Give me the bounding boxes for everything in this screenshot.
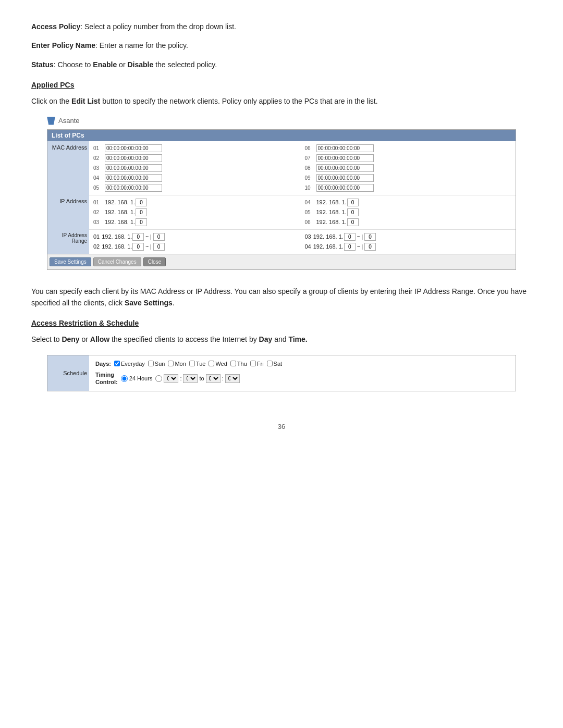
deny-bold: Deny [62,335,79,343]
table-row: 02 192. 168. 1. [91,207,302,217]
cancel-changes-button[interactable]: Cancel Changes [93,257,141,266]
ip-input-03[interactable] [136,218,147,226]
mac-input-04[interactable] [105,174,162,182]
table-row: 01 [91,143,302,153]
ip-address-range-label: IP Address Range [47,229,89,254]
ip-range-group-01: 192. 168. 1. ~ | [102,233,164,241]
sat-checkbox[interactable] [267,361,273,366]
everyday-checkbox[interactable] [114,361,120,366]
ip-range-to-03[interactable] [364,233,376,241]
ip-input-04[interactable] [347,199,359,206]
mac-input-03[interactable] [105,164,162,172]
ip-range-col-right: 03 192. 168. 1. ~ | 04 [303,232,514,252]
tue-checkbox[interactable] [189,361,195,366]
mac-input-10[interactable] [316,184,374,192]
save-settings-bold: Save Settings [125,299,173,307]
mac-address-content: 01 02 03 04 [89,141,516,195]
everyday-label: Everyday [121,361,145,367]
applied-pcs-heading: Applied PCs [31,81,532,89]
enter-policy-name-text: : Enter a name for the policy. [95,41,188,50]
schedule-content: Days: Everyday Sun Mon [89,355,516,391]
table-row: 05 192. 168. 1. [303,207,514,217]
thu-checkbox[interactable] [230,361,236,366]
status-bold: Status [31,60,54,69]
table-row: 07 [303,153,514,163]
mac-input-08[interactable] [316,164,374,172]
mac-input-01[interactable] [105,144,162,152]
custom-time-radio-item: 0 : 0 to 0 : 0 [155,374,239,383]
mac-input-09[interactable] [316,174,374,182]
mac-input-07[interactable] [316,154,374,162]
days-label: Days: [95,361,111,367]
status-para: Status: Choose to Enable or Disable the … [31,59,532,70]
enter-policy-name-bold: Enter Policy Name [31,41,95,50]
mon-checkbox-item: Mon [168,361,186,367]
custom-time-radio[interactable] [155,375,162,382]
time-to-hour-select[interactable]: 0 [206,374,221,383]
ip-range-to-02[interactable] [153,243,165,251]
mon-checkbox[interactable] [168,361,174,366]
table-row: 04 192. 168. 1. [303,198,514,207]
ip-range-from-02[interactable] [132,243,144,251]
sun-checkbox[interactable] [148,361,154,366]
mac-input-06[interactable] [316,144,374,152]
table-row: 04 192. 168. 1. ~ | [303,242,514,252]
panel-header: List of PCs [47,130,516,141]
schedule-body: Schedule Days: Everyday Sun [47,355,516,391]
ip-input-01[interactable] [136,199,147,206]
asante-logo-text: Asante [58,117,79,125]
second-para: You can specify each client by its MAC A… [31,286,532,309]
table-row: 01 192. 168. 1. [91,198,302,207]
ip-input-06[interactable] [347,218,359,226]
page-content: Access Policy: Select a policy number fr… [31,21,532,430]
ip-range-from-01[interactable] [132,233,144,241]
ip-address-range-section: IP Address Range 01 192. 168. 1. ~ | [47,229,516,254]
fri-checkbox[interactable] [250,361,256,366]
ip-range-grid: 01 192. 168. 1. ~ | 02 [91,232,513,252]
ip-range-group-02: 192. 168. 1. ~ | [102,243,164,251]
edit-list-bold: Edit List [71,97,100,105]
days-row: Days: Everyday Sun Mon [95,361,509,367]
mac-input-02[interactable] [105,154,162,162]
mac-grid: 01 02 03 04 [91,143,513,193]
everyday-checkbox-item: Everyday [114,361,145,367]
table-row: 10 [303,183,514,193]
ip-range-from-03[interactable] [344,233,356,241]
sat-checkbox-item: Sat [267,361,283,367]
table-row: 03 [91,163,302,173]
ip-range-to-01[interactable] [153,233,165,241]
table-row: 02 [91,153,302,163]
tue-checkbox-item: Tue [189,361,206,367]
page-number: 36 [31,423,532,430]
wed-checkbox[interactable] [209,361,214,366]
time-from-min-select[interactable]: 0 [183,374,198,383]
ip-range-group-04: 192. 168. 1. ~ | [313,243,376,251]
ip-range-to-04[interactable] [364,243,376,251]
time-from-hour-select[interactable]: 0 [164,374,178,383]
time-to-min-select[interactable]: 0 [225,374,240,383]
wed-checkbox-item: Wed [209,361,227,367]
ip-range-col-left: 01 192. 168. 1. ~ | 02 [91,232,302,252]
tue-label: Tue [196,361,206,367]
mac-input-05[interactable] [105,184,162,192]
close-button[interactable]: Close [143,257,166,266]
ip-address-label: IP Address [47,195,89,229]
ip-grid: 01 192. 168. 1. 02 192. 168. 1. [91,198,513,227]
asante-logo-icon [47,117,55,125]
ip-range-from-04[interactable] [344,243,356,251]
table-row: 01 192. 168. 1. ~ | [91,232,302,242]
table-row: 09 [303,173,514,183]
access-policy-para: Access Policy: Select a policy number fr… [31,21,532,32]
table-row: 06 [303,143,514,153]
ip-input-05[interactable] [347,208,359,216]
ip-input-group-01: 192. 168. 1. [105,199,147,206]
24hours-radio[interactable] [121,375,128,382]
ip-address-content: 01 192. 168. 1. 02 192. 168. 1. [89,195,516,229]
thu-label: Thu [237,361,247,367]
thu-checkbox-item: Thu [230,361,247,367]
mac-address-section: MAC Address 01 02 [47,141,516,195]
mac-address-label: MAC Address [47,141,89,195]
time-bold: Time. [288,335,307,343]
ip-input-02[interactable] [136,208,147,216]
save-settings-button[interactable]: Save Settings [50,257,91,266]
